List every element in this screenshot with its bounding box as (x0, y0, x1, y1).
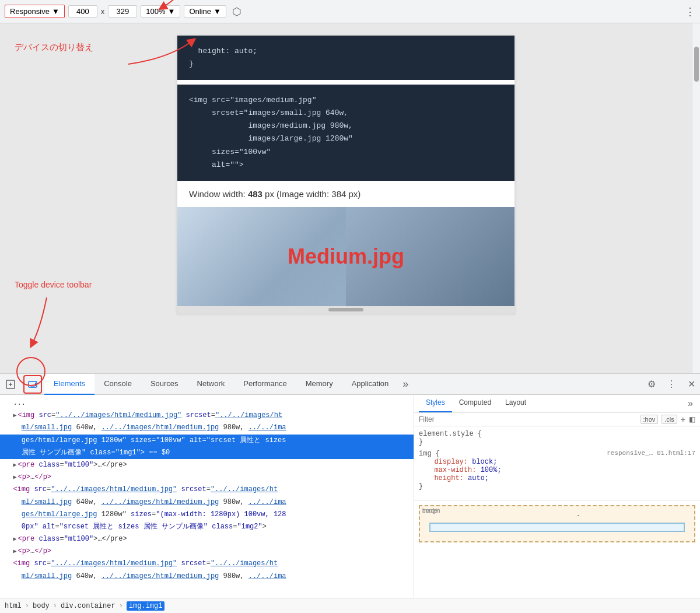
prop-val-height[interactable]: auto; (468, 474, 489, 482)
breadcrumb-sep-1: › (25, 602, 29, 610)
prop-val-display[interactable]: block; (472, 458, 497, 466)
tabs-overflow-button[interactable]: » (399, 378, 412, 390)
element-line[interactable]: 0px" alt="srcset 属性と sizes 属性 サンプル画像" cl… (0, 521, 414, 533)
style-close-img: } (419, 482, 423, 491)
style-prop-display: display: block; (419, 458, 695, 466)
h-scrollbar-thumb[interactable] (328, 308, 363, 311)
filter-input[interactable] (419, 415, 637, 423)
window-width-text: Window width: (189, 189, 248, 199)
element-line[interactable]: ▶<pre class="mt100">…</pre> (0, 459, 414, 471)
toolbar-more-button[interactable]: ⋮ (685, 5, 695, 18)
box-model-area: margin - border (414, 500, 700, 547)
style-prop-height: height: auto; (419, 474, 695, 482)
expand-icon[interactable]: ▶ (13, 412, 16, 419)
sub-tab-computed[interactable]: Computed (452, 395, 498, 412)
code-block-2: <img src="images/medium.jpg" srcset="ima… (177, 85, 514, 181)
breadcrumb-body[interactable]: body (33, 602, 50, 610)
dimension-separator: x (101, 7, 105, 16)
width-input[interactable] (68, 5, 97, 17)
devtools-panel: Elements Console Sources Network Perform… (0, 373, 700, 613)
h-scrollbar[interactable] (177, 306, 514, 313)
svg-rect-3 (35, 383, 36, 386)
expand-icon[interactable]: ▶ (13, 548, 16, 555)
styles-sub-more[interactable]: » (685, 395, 695, 412)
tab-elements[interactable]: Elements (44, 374, 94, 395)
element-line-selected[interactable]: ges/html/large.jpg 1280w" sizes="100vw" … (0, 435, 414, 447)
breadcrumb-sep-2: › (53, 602, 57, 610)
network-throttle-select[interactable]: Online ▼ (184, 5, 226, 17)
tab-network[interactable]: Network (188, 374, 235, 395)
style-selector: element.style { (419, 430, 482, 438)
style-close: } (419, 438, 423, 446)
element-line[interactable]: <img src="../../images/html/medium.jpg" … (0, 484, 414, 496)
styles-panel: Styles Computed Layout » :hov .cls + ◧ e… (414, 395, 700, 598)
page-preview: height: auto;} <img src="images/medium.j… (0, 23, 692, 373)
devtools-settings-button[interactable]: ⚙ (643, 376, 660, 393)
element-line[interactable]: ▶<p>…</p> (0, 471, 414, 484)
inspect-element-button[interactable] (0, 374, 21, 395)
tab-application[interactable]: Application (342, 374, 398, 395)
online-dropdown-icon[interactable]: ▼ (214, 7, 221, 16)
element-line[interactable]: ml/small.jpg 640w, ../../images/html/med… (0, 496, 414, 509)
online-label: Online (189, 7, 211, 16)
box-model-border: border (429, 523, 685, 532)
add-style-icon[interactable]: + (681, 415, 685, 424)
element-line[interactable]: ▶<p>…</p> (0, 545, 414, 558)
device-select[interactable]: Responsive ▼ (5, 5, 65, 18)
breadcrumb-img[interactable]: img.img1 (127, 601, 165, 611)
devtools-close-button[interactable]: ✕ (682, 376, 700, 393)
margin-value: - (534, 511, 579, 518)
breadcrumb-div[interactable]: div.container (61, 602, 116, 610)
element-line[interactable]: ml/small.jpg 640w, ../../images/html/med… (0, 570, 414, 583)
sub-tab-layout[interactable]: Layout (498, 395, 533, 412)
expand-icon[interactable]: ▶ (13, 474, 16, 481)
zoom-label: 100% (146, 7, 165, 16)
element-line[interactable]: ges/html/large.jpg 1280w" sizes="(max-wi… (0, 509, 414, 521)
device-dropdown-icon[interactable]: ▼ (52, 7, 60, 16)
prop-name-max-width[interactable]: max-width: (434, 466, 476, 474)
style-source[interactable]: responsive_… 01.html:17 (607, 450, 695, 457)
prop-name-display[interactable]: display: (434, 458, 468, 466)
tab-sources[interactable]: Sources (141, 374, 188, 395)
element-line-selected-2[interactable]: 属性 サンプル画像" class="img1"> == $0 (0, 447, 414, 459)
style-prop-max-width: max-width: 100%; (419, 466, 695, 474)
tab-performance[interactable]: Performance (234, 374, 296, 395)
element-line[interactable]: ml/small.jpg 640w, ../../images/html/med… (0, 422, 414, 434)
prop-val-max-width[interactable]: 100%; (481, 466, 502, 474)
height-input[interactable] (108, 5, 137, 17)
preview-card: height: auto;} <img src="images/medium.j… (177, 35, 515, 314)
rotate-button[interactable]: ⬡ (232, 5, 242, 18)
zoom-dropdown-icon[interactable]: ▼ (168, 7, 176, 16)
breadcrumb-html[interactable]: html (5, 602, 22, 610)
devtools-settings: ⚙ ⋮ ✕ (643, 376, 700, 393)
prop-name-height[interactable]: height: (434, 474, 463, 482)
sub-tab-styles[interactable]: Styles (419, 395, 452, 412)
v-scrollbar-thumb[interactable] (694, 47, 699, 82)
zoom-select[interactable]: 100% ▼ (141, 5, 180, 17)
svg-rect-2 (31, 386, 34, 387)
tab-console[interactable]: Console (94, 374, 141, 395)
device-toolbar: Responsive ▼ x 100% ▼ Online ▼ ⬡ ⋮ (0, 0, 700, 23)
devtools-more-button[interactable]: ⋮ (663, 376, 680, 393)
hov-button[interactable]: :hov (640, 415, 659, 424)
filter-bar: :hov .cls + ◧ (414, 413, 700, 426)
window-width-bold: 483 (248, 189, 262, 199)
device-toolbar-toggle[interactable] (23, 375, 42, 394)
breadcrumb-bar: html › body › div.container › img.img1 (0, 598, 700, 613)
device-label: Responsive (10, 7, 50, 16)
preview-image-label: Medium.jpg (288, 244, 404, 269)
v-scrollbar[interactable] (692, 23, 700, 373)
element-line[interactable]: <img src="../../images/html/medium.jpg" … (0, 558, 414, 570)
breadcrumb-sep-3: › (119, 602, 123, 610)
cls-button[interactable]: .cls (662, 415, 677, 424)
styles-sub-tabs: Styles Computed Layout » (414, 395, 700, 413)
tab-memory[interactable]: Memory (296, 374, 342, 395)
expand-icon[interactable]: ▶ (13, 536, 16, 542)
new-rule-icon[interactable]: ◧ (689, 415, 695, 423)
element-line[interactable]: ▶<pre class="mt100">…</pre> (0, 533, 414, 545)
element-line[interactable]: ▶<img src="../../images/html/medium.jpg"… (0, 409, 414, 422)
preview-image-container: Medium.jpg (177, 207, 514, 306)
expand-icon[interactable]: ▶ (13, 462, 16, 468)
preview-info: Window width: 483 px (Image width: 384 p… (177, 181, 514, 207)
devtools-tabs: Elements Console Sources Network Perform… (0, 374, 700, 395)
